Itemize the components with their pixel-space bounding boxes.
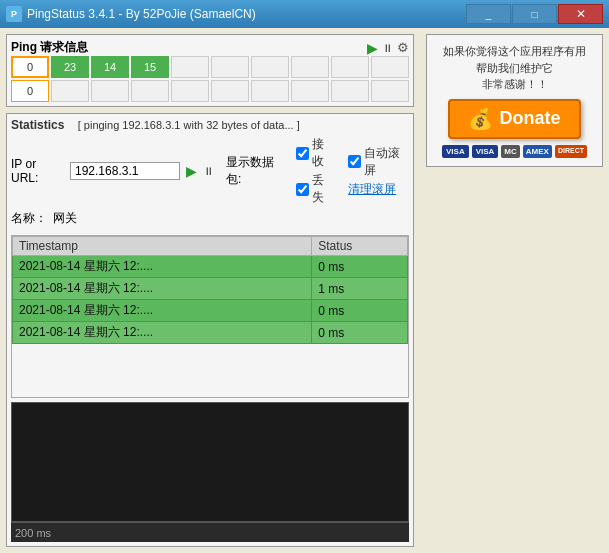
title-text: PingStatus 3.4.1 - By 52PoJie (SamaelCN): [27, 7, 466, 21]
ping-cell-r2-4: [171, 80, 209, 102]
app-icon: P: [6, 6, 22, 22]
ping-cell-r2-8: [331, 80, 369, 102]
ping-cell-3: 15: [131, 56, 169, 78]
title-bar: P PingStatus 3.4.1 - By 52PoJie (SamaelC…: [0, 0, 609, 28]
ip-label: IP or URL:: [11, 157, 64, 185]
donate-label: Donate: [499, 108, 560, 129]
ping-section-header: Ping 请求信息 ▶ ⏸ ⚙: [11, 39, 409, 56]
right-panel: 如果你觉得这个应用程序有用 帮助我们维护它 非常感谢！！ 💰 Donate VI…: [420, 28, 609, 553]
ping-pause-button[interactable]: ⏸: [382, 42, 393, 54]
name-label: 名称：: [11, 210, 47, 227]
clear-link[interactable]: 清理滚屏: [348, 181, 409, 198]
checkbox-group-left: 接收 丢失: [296, 136, 334, 206]
stats-header: Statistics [ pinging 192.168.3.1 with 32…: [11, 118, 409, 132]
maximize-button[interactable]: □: [512, 4, 557, 24]
ping-cell-6: [251, 56, 289, 78]
ping-cell-0: 0: [11, 56, 49, 78]
cell-timestamp: 2021-08-14 星期六 12:....: [13, 300, 312, 322]
ping-cell-5: [211, 56, 249, 78]
chart-area: [11, 402, 409, 522]
chart-label: 200 ms: [11, 522, 409, 542]
donate-box: 如果你觉得这个应用程序有用 帮助我们维护它 非常感谢！！ 💰 Donate VI…: [426, 34, 603, 167]
amex-icon: AMEX: [523, 145, 552, 158]
ping-cell-9: [371, 56, 409, 78]
ip-row: IP or URL: ▶ ⏸ 显示数据包: 接收 丢失: [11, 136, 409, 206]
table-row: 2021-08-14 星期六 12:....1 ms: [13, 278, 408, 300]
data-table: Timestamp Status 2021-08-14 星期六 12:....0…: [12, 236, 408, 344]
col-status: Status: [312, 237, 408, 256]
table-row: 2021-08-14 星期六 12:....0 ms: [13, 322, 408, 344]
ping-cell-r2-9: [371, 80, 409, 102]
ping-cell-r2-6: [251, 80, 289, 102]
donate-text-2: 帮助我们维护它: [443, 60, 586, 77]
ping-row-2: 0: [11, 80, 409, 102]
cell-status: 0 ms: [312, 322, 408, 344]
table-row: 2021-08-14 星期六 12:....0 ms: [13, 300, 408, 322]
ping-cell-r2-2: [91, 80, 129, 102]
ping-cell-r2-0: 0: [11, 80, 49, 102]
donate-icon: 💰: [468, 107, 493, 131]
window-controls: _ □ ✕: [466, 4, 603, 24]
ping-cell-4: [171, 56, 209, 78]
main-area: Ping 请求信息 ▶ ⏸ ⚙ 0 23 14: [0, 28, 609, 553]
stats-title: Statistics: [11, 118, 64, 132]
cell-status: 0 ms: [312, 300, 408, 322]
cell-timestamp: 2021-08-14 星期六 12:....: [13, 256, 312, 278]
name-row: 名称： 网关: [11, 210, 409, 227]
ping-gear-button[interactable]: ⚙: [397, 40, 409, 55]
lost-label: 丢失: [312, 172, 334, 206]
cell-status: 0 ms: [312, 256, 408, 278]
visa-icon-1: VISA: [442, 145, 469, 158]
statistics-section: Statistics [ pinging 192.168.3.1 with 32…: [6, 113, 414, 547]
ping-play-button[interactable]: ▶: [367, 40, 378, 56]
donate-button[interactable]: 💰 Donate: [448, 99, 580, 139]
ping-cell-1: 23: [51, 56, 89, 78]
ping-cell-r2-7: [291, 80, 329, 102]
ping-cell-7: [291, 56, 329, 78]
ping-section-title: Ping 请求信息: [11, 39, 88, 56]
receive-checkbox[interactable]: [296, 147, 309, 160]
cell-timestamp: 2021-08-14 星期六 12:....: [13, 278, 312, 300]
cell-status: 1 ms: [312, 278, 408, 300]
receive-label: 接收: [312, 136, 334, 170]
stats-subtitle: [ pinging 192.168.3.1 with 32 bytes of d…: [78, 119, 300, 131]
left-panel: Ping 请求信息 ▶ ⏸ ⚙ 0 23 14: [0, 28, 420, 553]
table-header-row: Timestamp Status: [13, 237, 408, 256]
stats-play-button[interactable]: ▶: [186, 163, 197, 179]
lost-checkbox[interactable]: [296, 183, 309, 196]
ping-row-1: 0 23 14 15: [11, 56, 409, 78]
ping-request-section: Ping 请求信息 ▶ ⏸ ⚙ 0 23 14: [6, 34, 414, 107]
auto-scroll-label: 自动滚屏: [364, 145, 409, 179]
ping-grid: 0 23 14 15: [11, 56, 409, 102]
table-row: 2021-08-14 星期六 12:....0 ms: [13, 256, 408, 278]
stats-pause-button[interactable]: ⏸: [203, 165, 214, 177]
mc-icon: MC: [501, 145, 519, 158]
ping-cell-r2-5: [211, 80, 249, 102]
receive-checkbox-label[interactable]: 接收: [296, 136, 334, 170]
donate-text-1: 如果你觉得这个应用程序有用: [443, 43, 586, 60]
auto-scroll-checkbox[interactable]: [348, 155, 361, 168]
payment-icons: VISA VISA MC AMEX DIRECT: [442, 145, 587, 158]
ip-input[interactable]: [70, 162, 180, 180]
auto-scroll-checkbox-label[interactable]: 自动滚屏: [348, 145, 409, 179]
close-button[interactable]: ✕: [558, 4, 603, 24]
visa-icon-2: VISA: [472, 145, 499, 158]
minimize-button[interactable]: _: [466, 4, 511, 24]
cell-timestamp: 2021-08-14 星期六 12:....: [13, 322, 312, 344]
ping-cell-r2-3: [131, 80, 169, 102]
checkbox-group-right: 自动滚屏 清理滚屏: [348, 145, 409, 198]
lost-checkbox-label[interactable]: 丢失: [296, 172, 334, 206]
ping-cell-2: 14: [91, 56, 129, 78]
ping-cell-8: [331, 56, 369, 78]
donate-text: 如果你觉得这个应用程序有用 帮助我们维护它 非常感谢！！: [443, 43, 586, 93]
name-value: 网关: [53, 210, 77, 227]
ping-cell-r2-1: [51, 80, 89, 102]
data-table-wrapper: Timestamp Status 2021-08-14 星期六 12:....0…: [11, 235, 409, 398]
donate-text-3: 非常感谢！！: [443, 76, 586, 93]
direct-icon: DIRECT: [555, 145, 587, 158]
show-packets-label: 显示数据包:: [226, 154, 286, 188]
table-body: 2021-08-14 星期六 12:....0 ms2021-08-14 星期六…: [13, 256, 408, 344]
col-timestamp: Timestamp: [13, 237, 312, 256]
